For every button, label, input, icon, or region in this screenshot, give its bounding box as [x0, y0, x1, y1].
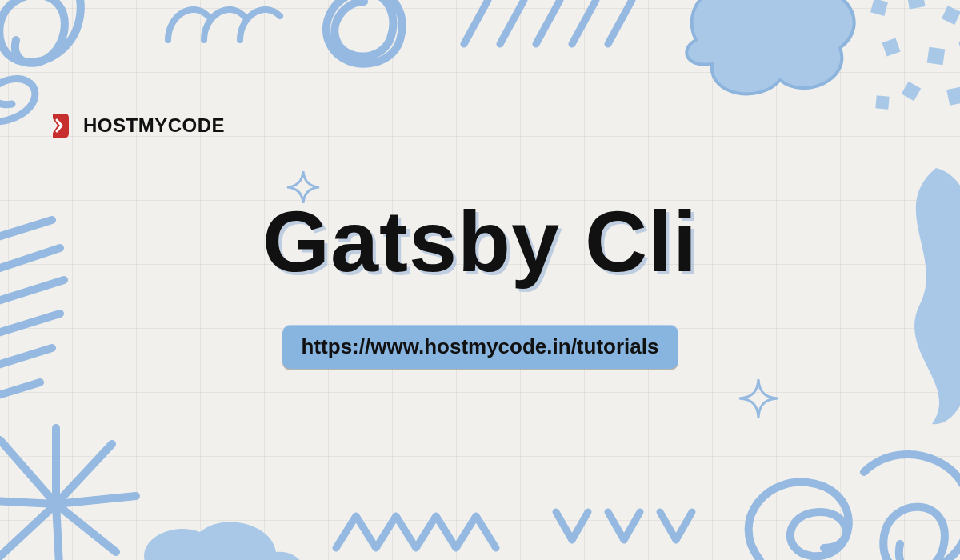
- svg-line-22: [56, 444, 112, 504]
- svg-line-15: [0, 248, 60, 272]
- confetti-squares-icon: [864, 0, 960, 139]
- scribble-circle-icon: [304, 0, 424, 83]
- svg-line-18: [0, 348, 52, 368]
- brand-logo: HOSTMYCODE: [48, 112, 225, 139]
- svg-line-2: [536, 0, 560, 44]
- arc-row-icon: [160, 0, 288, 59]
- page-title: Gatsby Cli: [262, 191, 698, 291]
- svg-rect-8: [882, 38, 900, 56]
- svg-rect-5: [870, 0, 888, 16]
- brand-logo-text: HOSTMYCODE: [83, 114, 225, 137]
- side-blob-icon: [896, 160, 960, 435]
- check-row-icon: [544, 496, 712, 560]
- hero: Gatsby Cli https://www.hostmycode.in/tut…: [262, 191, 698, 369]
- svg-line-27: [0, 500, 56, 504]
- zigzag-icon: [328, 504, 512, 560]
- svg-line-25: [56, 504, 60, 560]
- leaf-comb-icon: [0, 216, 80, 427]
- svg-line-17: [0, 314, 60, 336]
- svg-line-3: [572, 0, 596, 44]
- brand-logo-mark-icon: [48, 112, 75, 139]
- svg-line-16: [0, 280, 64, 304]
- svg-line-4: [608, 0, 632, 44]
- svg-line-26: [0, 504, 56, 560]
- svg-line-19: [0, 382, 40, 398]
- svg-rect-6: [906, 0, 925, 10]
- burst-lines-icon: [0, 424, 144, 560]
- svg-rect-9: [927, 47, 946, 66]
- svg-line-1: [500, 0, 524, 44]
- sparkle-icon: [736, 376, 781, 424]
- svg-line-0: [464, 0, 488, 44]
- svg-rect-13: [875, 95, 889, 109]
- slash-row-icon: [448, 0, 656, 59]
- spiral-scribble-icon: [736, 440, 960, 560]
- svg-rect-12: [946, 86, 960, 106]
- svg-line-20: [0, 440, 56, 504]
- svg-line-14: [0, 220, 52, 240]
- svg-line-23: [56, 496, 136, 504]
- svg-line-24: [56, 504, 116, 552]
- svg-rect-11: [902, 82, 922, 102]
- sparkle-icon: [284, 168, 322, 210]
- url-pill: https://www.hostmycode.in/tutorials: [282, 325, 678, 369]
- svg-rect-7: [942, 6, 960, 25]
- blob-icon: [136, 520, 312, 560]
- cloud-blob-icon: [672, 0, 864, 107]
